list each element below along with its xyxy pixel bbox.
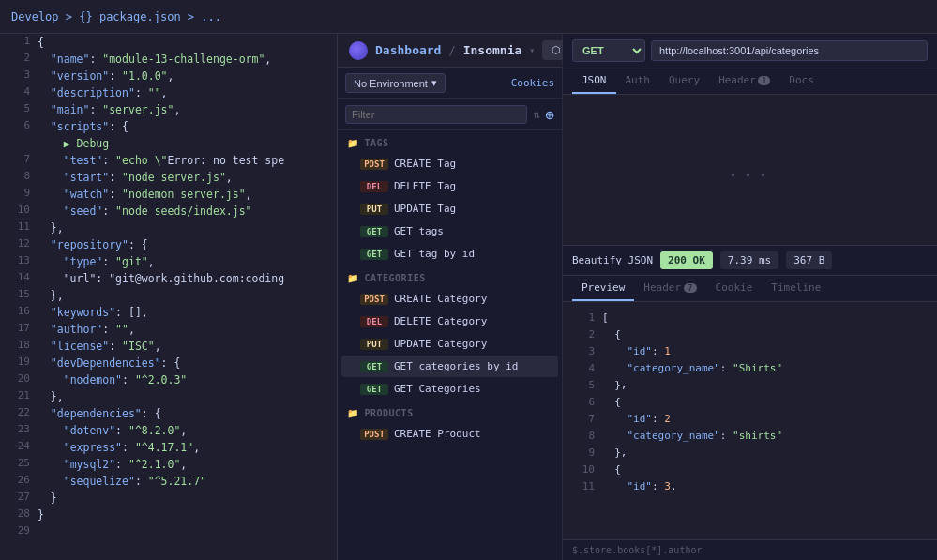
method-badge: DEL xyxy=(360,181,388,192)
json-line: 10 { xyxy=(572,462,928,478)
insomnia-header: Dashboard / Insomnia ▾ ⬡ Share xyxy=(338,34,562,68)
api-item-get-tag-by-id[interactable]: GETGET tag by id xyxy=(341,243,558,265)
folder-icon: 📁 xyxy=(347,138,359,148)
method-badge: POST xyxy=(360,294,388,305)
api-label: CREATE Product xyxy=(394,428,481,440)
json-line: 7 "id": 2 xyxy=(572,411,928,428)
api-label: GET categories by id xyxy=(394,360,518,372)
method-badge: PUT xyxy=(360,339,388,350)
json-line: 4 "category_name": "Shirts" xyxy=(572,360,928,377)
response-tab-cookie[interactable]: Cookie xyxy=(706,276,763,301)
api-label: CREATE Category xyxy=(394,293,487,305)
insomnia-title: Dashboard xyxy=(375,43,441,57)
method-badge: GET xyxy=(360,226,388,237)
top-bar: Develop > {} package.json > ... xyxy=(0,0,937,34)
api-item-get-categories[interactable]: GETGET Categories xyxy=(341,378,558,400)
response-tab-preview[interactable]: Preview xyxy=(572,276,634,301)
code-line: 3 "version": "1.0.0", xyxy=(0,68,337,84)
api-item-create-tag[interactable]: POSTCREATE Tag xyxy=(341,153,558,174)
section-categories[interactable]: 📁CATEGORIES xyxy=(338,265,562,287)
code-line: 26 "sequelize": "^5.21.7" xyxy=(0,473,337,490)
add-request-button[interactable]: ⊕ xyxy=(545,106,554,124)
code-line: 2 "name": "module-13-challenge-orm", xyxy=(0,51,337,68)
share-icon: ⬡ xyxy=(552,44,561,56)
url-bar: GET POST PUT DELETE xyxy=(563,34,937,68)
method-select[interactable]: GET POST PUT DELETE xyxy=(572,39,645,62)
response-tabs: PreviewHeader7CookieTimeline xyxy=(563,276,937,302)
request-tab-json[interactable]: JSON xyxy=(572,68,616,94)
api-item-update-tag[interactable]: PUTUPDATE Tag xyxy=(341,198,558,219)
api-item-delete-tag[interactable]: DELDELETE Tag xyxy=(341,175,558,197)
json-line: 8 "category_name": "shirts" xyxy=(572,428,928,445)
code-line: 4 "description": "", xyxy=(0,84,337,101)
beautify-label[interactable]: Beautify JSON xyxy=(572,254,653,266)
code-line: 5 "main": "server.js", xyxy=(0,101,337,118)
code-editor: 1{2 "name": "module-13-challenge-orm",3 … xyxy=(0,34,338,560)
method-badge: PUT xyxy=(360,204,388,215)
api-label: UPDATE Category xyxy=(394,338,487,350)
size-value: 367 B xyxy=(786,251,832,269)
api-item-create-category[interactable]: POSTCREATE Category xyxy=(341,288,558,310)
code-line: 27 } xyxy=(0,490,337,507)
method-badge: DEL xyxy=(360,316,388,327)
transfer-icon[interactable]: ⇅ xyxy=(531,106,541,123)
json-line: 11 "id": 3. xyxy=(572,478,928,495)
beautify-row: Beautify JSON 200 OK 7.39 ms 367 B xyxy=(563,245,937,276)
workspace-chevron-icon[interactable]: ▾ xyxy=(529,45,535,55)
method-badge: POST xyxy=(360,159,388,170)
api-label: CREATE Tag xyxy=(394,158,456,170)
api-item-delete-category[interactable]: DELDELETE Category xyxy=(341,310,558,332)
code-line: 14 "url": "git@work.github.com:coding xyxy=(0,270,337,287)
timing-value: 7.39 ms xyxy=(720,251,778,269)
code-line: 25 "mysql2": "^2.1.0", xyxy=(0,456,337,473)
debug-line: ▶ Debug xyxy=(0,135,337,152)
code-line: 15 }, xyxy=(0,287,337,304)
code-line: 11 }, xyxy=(0,219,337,236)
api-item-get-tags[interactable]: GETGET tags xyxy=(341,220,558,242)
api-item-create-product[interactable]: POSTCREATE Product xyxy=(341,423,558,445)
json-line: 1[ xyxy=(572,310,928,326)
code-line: 19 "devDependencies": { xyxy=(0,355,337,371)
code-line: 17 "author": "", xyxy=(0,321,337,338)
json-line: 6 { xyxy=(572,394,928,411)
api-item-get-categories-by-id[interactable]: GETGET categories by id xyxy=(341,356,558,377)
code-line: 21 }, xyxy=(0,388,337,405)
bottom-bar: $.store.books[*].author xyxy=(563,539,937,560)
loading-dots: ... xyxy=(727,159,772,181)
response-placeholder: ... xyxy=(563,95,937,245)
tab-badge: 7 xyxy=(684,283,696,293)
section-products[interactable]: 📁PRODUCTS xyxy=(338,401,562,422)
environment-selector[interactable]: No Environment ▾ xyxy=(345,73,446,93)
code-line: 6 "scripts": { xyxy=(0,118,337,135)
response-tab-header[interactable]: Header7 xyxy=(634,276,705,301)
code-line: 29 xyxy=(0,523,337,540)
folder-icon: 📁 xyxy=(347,273,359,283)
request-tab-auth[interactable]: Auth xyxy=(616,68,660,94)
code-line: 10 "seed": "node seeds/index.js" xyxy=(0,203,337,219)
section-tags[interactable]: 📁TAGS xyxy=(338,130,562,152)
request-tabs: JSONAuthQueryHeader1Docs xyxy=(563,68,937,95)
filter-bar: ⇅ ⊕ xyxy=(338,99,562,130)
request-tab-docs[interactable]: Docs xyxy=(779,68,824,94)
method-badge: GET xyxy=(360,384,388,395)
cookies-button[interactable]: Cookies xyxy=(511,77,554,89)
json-line: 2 { xyxy=(572,326,928,343)
json-line: 5 }, xyxy=(572,377,928,394)
sidebar-list: 📁TAGSPOSTCREATE TagDELDELETE TagPUTUPDAT… xyxy=(338,130,562,560)
folder-icon: 📁 xyxy=(347,408,359,418)
code-line: 8 "start": "node server.js", xyxy=(0,169,337,186)
method-badge: GET xyxy=(360,249,388,260)
request-tab-query[interactable]: Query xyxy=(659,68,709,94)
api-label: UPDATE Tag xyxy=(394,203,456,215)
code-line: 9 "watch": "nodemon server.js", xyxy=(0,186,337,203)
code-line: 1{ xyxy=(0,34,337,51)
method-badge: POST xyxy=(360,429,388,440)
api-label: GET tag by id xyxy=(394,248,475,260)
url-input[interactable] xyxy=(651,40,928,61)
request-tab-header[interactable]: Header1 xyxy=(709,68,779,94)
response-tab-timeline[interactable]: Timeline xyxy=(762,276,830,301)
code-line: 7 "test": "echo \"Error: no test spe xyxy=(0,152,337,169)
api-item-update-category[interactable]: PUTUPDATE Category xyxy=(341,333,558,355)
right-panel: GET POST PUT DELETE JSONAuthQueryHeader1… xyxy=(563,34,937,560)
filter-input[interactable] xyxy=(345,105,527,124)
